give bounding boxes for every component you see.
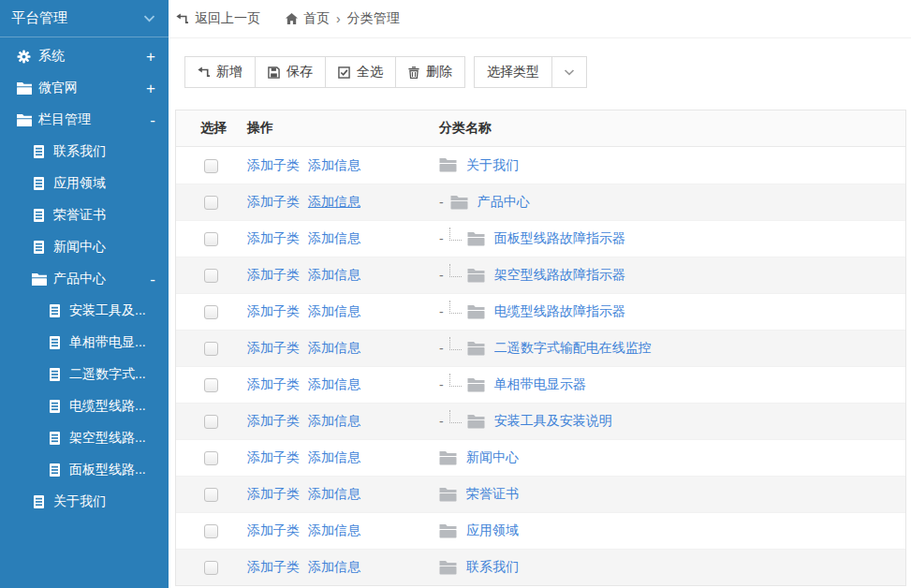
add-subcategory-link[interactable]: 添加子类 [247,303,300,318]
folder-icon [16,82,32,95]
sidebar-item-label: 单相带电显... [69,334,146,351]
add-info-link[interactable]: 添加信息 [308,559,360,574]
save-button[interactable]: 保存 [255,56,326,88]
doc-icon [47,368,63,381]
category-name-link[interactable]: 应用领域 [466,522,519,539]
add-subcategory-link[interactable]: 添加子类 [247,522,300,537]
add-subcategory-link[interactable]: 添加子类 [247,230,300,245]
expand-toggle[interactable]: - [150,112,155,128]
sidebar-item-label: 面板型线路... [69,462,146,478]
row-checkbox[interactable] [204,342,218,356]
category-name-link[interactable]: 电缆型线路故障指示器 [494,303,625,320]
row-checkbox[interactable] [204,451,218,465]
add-subcategory-link[interactable]: 添加子类 [247,413,300,428]
row-checkbox[interactable] [204,561,218,575]
sidebar-item-about-us[interactable]: 关于我们 [0,486,169,518]
back-link[interactable]: 返回上一页 [176,10,260,27]
chevron-down-icon[interactable] [143,15,155,22]
add-subcategory-link[interactable]: 添加子类 [247,267,300,282]
tree-dash: - [439,414,444,429]
add-info-link[interactable]: 添加信息 [308,194,360,209]
sidebar-item-system[interactable]: 系统 + [0,40,169,72]
add-subcategory-link[interactable]: 添加子类 [247,559,300,574]
row-checkbox[interactable] [204,196,218,210]
category-name-link[interactable]: 产品中心 [478,194,530,211]
sidebar-item-label: 联系我们 [53,143,106,160]
row-checkbox[interactable] [204,415,218,429]
sidebar-item-honor-certificate[interactable]: 荣誉证书 [0,199,169,231]
sidebar-item-news-center[interactable]: 新闻中心 [0,231,169,263]
expand-toggle[interactable]: - [150,272,155,287]
sidebar-item-micro-site[interactable]: 微官网 + [0,72,169,104]
sidebar-item-cable-type[interactable]: 电缆型线路... [0,390,169,422]
sidebar-item-application-field[interactable]: 应用领域 [0,168,169,199]
type-select-button[interactable]: 选择类型 [474,56,552,88]
sidebar-item-panel-type[interactable]: 面板型线路... [0,454,169,486]
folder-icon [439,524,457,538]
category-name-link[interactable]: 安装工具及安装说明 [494,413,612,430]
trash-icon [408,66,419,79]
back-link-label: 返回上一页 [195,10,260,27]
row-checkbox[interactable] [204,232,218,246]
sidebar-item-digital-monitor[interactable]: 二遥数字式... [0,359,169,390]
select-all-button[interactable]: 全选 [325,56,396,88]
folder-icon [467,415,485,429]
row-checkbox[interactable] [204,524,218,538]
sidebar-item-label: 关于我们 [53,493,106,510]
add-subcategory-link[interactable]: 添加子类 [247,486,300,501]
add-info-link[interactable]: 添加信息 [308,230,360,245]
add-subcategory-link[interactable]: 添加子类 [247,340,300,355]
add-info-link[interactable]: 添加信息 [308,340,360,355]
category-name-link[interactable]: 新闻中心 [466,449,519,466]
folder-icon [467,232,485,246]
sidebar-item-contact-us[interactable]: 联系我们 [0,136,169,168]
table-row: 添加子类 添加信息 - 架空型线路故障指示器 [176,257,905,293]
add-info-link[interactable]: 添加信息 [308,522,360,537]
category-name-link[interactable]: 架空型线路故障指示器 [494,267,625,284]
add-button[interactable]: 新增 [184,56,256,88]
tree-connector-icon [449,337,462,350]
sidebar-item-label: 产品中心 [53,271,106,287]
sidebar-item-overhead-type[interactable]: 架空型线路... [0,422,169,454]
expand-toggle[interactable]: + [146,81,155,96]
breadcrumb-separator: › [336,11,341,26]
add-subcategory-link[interactable]: 添加子类 [247,449,300,464]
breadcrumb: 返回上一页 首页 › 分类管理 [169,0,911,38]
row-checkbox[interactable] [204,488,218,502]
add-info-link[interactable]: 添加信息 [308,157,360,172]
breadcrumb-home-link[interactable]: 首页 [303,10,330,27]
row-checkbox[interactable] [204,269,218,283]
row-checkbox[interactable] [204,305,218,319]
add-info-link[interactable]: 添加信息 [308,376,360,391]
category-name-link[interactable]: 二遥数字式输配电在线监控 [494,340,652,357]
sidebar-item-single-phase[interactable]: 单相带电显... [0,327,169,359]
sidebar-item-column-manage[interactable]: 栏目管理 - [0,104,169,136]
type-select-caret-button[interactable] [551,56,587,88]
add-info-link[interactable]: 添加信息 [308,267,360,282]
row-checkbox[interactable] [204,159,218,173]
table-row: 添加子类 添加信息 - 联系我们 [176,549,905,585]
add-info-link[interactable]: 添加信息 [308,303,360,318]
add-subcategory-link[interactable]: 添加子类 [247,157,300,172]
category-name-link[interactable]: 联系我们 [466,559,519,576]
add-info-link[interactable]: 添加信息 [308,449,360,464]
folder-icon [467,342,485,356]
add-info-link[interactable]: 添加信息 [308,486,360,501]
category-name-link[interactable]: 荣誉证书 [466,486,519,503]
add-subcategory-link[interactable]: 添加子类 [247,194,300,209]
category-name-link[interactable]: 关于我们 [466,157,519,174]
add-subcategory-link[interactable]: 添加子类 [247,376,300,391]
category-name-link[interactable]: 单相带电显示器 [494,376,586,393]
delete-button[interactable]: 删除 [395,56,465,88]
category-table: 选择 操作 分类名称 添加子类 添加信息 - 关于我们 添加子类 添加信息 - [175,110,906,586]
category-name-link[interactable]: 面板型线路故障指示器 [494,230,625,247]
sidebar-item-label: 荣誉证书 [53,207,106,224]
expand-toggle[interactable]: + [146,49,155,65]
home-icon [286,13,298,24]
add-info-link[interactable]: 添加信息 [308,413,360,428]
sidebar-header[interactable]: 平台管理 [0,0,169,37]
tree-dash: - [439,231,444,246]
sidebar-item-product-center[interactable]: 产品中心 - [0,263,169,295]
row-checkbox[interactable] [204,378,218,392]
sidebar-item-install-tools[interactable]: 安装工具及... [0,295,169,327]
